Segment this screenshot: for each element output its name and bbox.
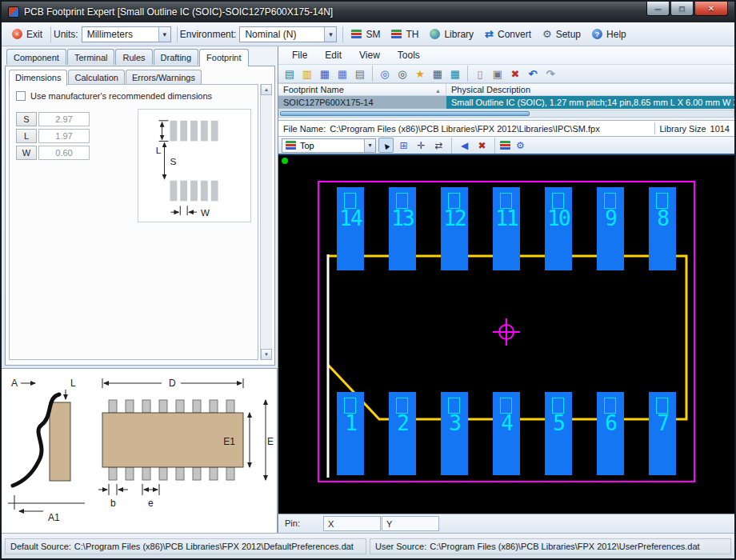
copy-icon[interactable] [490, 66, 506, 82]
pad-9[interactable]: 9 [597, 187, 624, 270]
pad-13[interactable]: 13 [389, 187, 416, 270]
title-bar[interactable]: PCB Footprint Expert [Small Outline IC (… [2, 2, 734, 22]
toolbar-separator [494, 138, 495, 154]
chevron-down-icon[interactable] [364, 139, 375, 152]
footprint-canvas[interactable]: 14 13 12 11 10 9 8 1 2 3 4 5 6 7 [278, 155, 734, 514]
menu-tools[interactable]: Tools [389, 47, 429, 63]
pkg-label-b: b [110, 498, 116, 509]
convert-icon [485, 28, 494, 40]
database-icon[interactable] [282, 66, 298, 82]
pad-4[interactable]: 4 [493, 392, 520, 475]
dim-name-l: L [16, 129, 37, 143]
favorites-star-icon[interactable] [412, 66, 428, 82]
pad-8[interactable]: 8 [649, 187, 676, 270]
zoom-document-icon[interactable] [377, 66, 393, 82]
pin-number: 9 [597, 208, 624, 229]
minimize-button[interactable] [646, 2, 670, 16]
tab-terminal[interactable]: Terminal [67, 49, 115, 65]
settings-wrench-icon[interactable] [513, 138, 528, 153]
library-button[interactable]: Library [424, 26, 479, 42]
delete-icon[interactable] [507, 66, 523, 82]
close-button[interactable] [694, 2, 728, 16]
scroll-down-icon[interactable]: ▼ [261, 349, 272, 360]
help-icon [592, 29, 602, 39]
pan-icon[interactable] [431, 138, 446, 153]
subtab-dimensions[interactable]: Dimensions [9, 70, 67, 86]
sm-toggle-button[interactable]: SM [346, 26, 386, 42]
menu-view[interactable]: View [350, 47, 389, 63]
redo-icon[interactable] [542, 66, 558, 82]
pad-14[interactable]: 14 [337, 187, 364, 270]
gear-icon [542, 28, 552, 40]
pad-6[interactable]: 6 [597, 392, 624, 475]
environment-select[interactable]: Nominal (N) [239, 26, 337, 42]
chevron-down-icon[interactable] [324, 27, 336, 42]
subtab-errors-warnings[interactable]: Errors/Warnings [126, 70, 202, 84]
scroll-up-icon[interactable]: ▲ [261, 84, 272, 95]
units-select[interactable]: Millimeters [82, 26, 171, 42]
help-button[interactable]: Help [586, 26, 632, 42]
checkbox-icon[interactable] [16, 91, 26, 101]
dim-value-s[interactable]: 2.97 [38, 112, 90, 126]
tab-rules[interactable]: Rules [115, 49, 152, 65]
previous-view-icon[interactable] [457, 138, 472, 153]
calculator-icon[interactable] [430, 66, 446, 82]
file-name-label: File Name: [283, 124, 326, 134]
subtab-calculation[interactable]: Calculation [68, 70, 124, 84]
library-icon-toolbar [278, 64, 734, 83]
column-header-physical-description[interactable]: Physical Description [446, 83, 734, 96]
print-icon[interactable] [352, 66, 368, 82]
recommended-dimensions-checkbox-row[interactable]: Use manufacturer's recommended dimension… [16, 91, 212, 101]
menu-edit[interactable]: Edit [316, 47, 350, 63]
table-row-selected[interactable]: SOIC127P600X175-14 Small Outline IC (SOI… [278, 96, 734, 109]
pad-1[interactable]: 1 [337, 392, 364, 475]
pin-number: 13 [389, 208, 416, 229]
dimensions-table: S 2.97 L 1.97 W 0.60 [16, 112, 90, 160]
fit-view-icon[interactable] [396, 138, 411, 153]
pad-3[interactable]: 3 [441, 392, 468, 475]
save-all-icon[interactable] [334, 66, 350, 82]
tab-drafting[interactable]: Drafting [154, 49, 199, 65]
pad-12[interactable]: 12 [441, 187, 468, 270]
maximize-button[interactable] [670, 2, 694, 16]
pad-10[interactable]: 10 [545, 187, 572, 270]
pad-5[interactable]: 5 [545, 392, 572, 475]
setup-button[interactable]: Setup [537, 26, 586, 42]
pin-number: 6 [597, 413, 624, 434]
pkg-label-a1: A1 [48, 512, 60, 523]
tab-component[interactable]: Component [6, 49, 66, 65]
table-horizontal-scrollbar[interactable] [278, 110, 734, 118]
convert-button[interactable]: Convert [479, 26, 537, 42]
pad-11[interactable]: 11 [493, 187, 520, 270]
th-toggle-button[interactable]: TH [386, 26, 424, 42]
undo-icon[interactable] [525, 66, 541, 82]
package-drawing-panel: A L A1 [2, 368, 278, 533]
tab-footprint[interactable]: Footprint [199, 49, 248, 66]
layer-select[interactable]: Top [282, 138, 376, 153]
save-icon[interactable] [317, 66, 333, 82]
search-icon[interactable] [394, 66, 410, 82]
layer-stack-icon [286, 141, 296, 150]
left-panel-scrollbar[interactable]: ▲ ▼ [260, 84, 272, 360]
pad-7[interactable]: 7 [649, 392, 676, 475]
zoom-window-icon[interactable] [414, 138, 429, 153]
dim-value-w[interactable]: 0.60 [38, 146, 90, 160]
dim-value-l[interactable]: 1.97 [38, 129, 90, 143]
layers-icon[interactable] [500, 141, 510, 150]
pad-2[interactable]: 2 [389, 392, 416, 475]
footprint-name-cell[interactable]: SOIC127P600X175-14 [278, 96, 446, 109]
table-view-icon[interactable] [447, 66, 463, 82]
pad-row-top: 14 13 12 11 10 9 8 [337, 187, 676, 270]
exit-button[interactable]: Exit [6, 26, 48, 42]
footprint-table-header: Footprint Name Physical Description [278, 83, 734, 96]
paste-icon[interactable] [472, 66, 488, 82]
toolbar-separator [50, 26, 51, 42]
open-folder-icon[interactable] [299, 66, 315, 82]
menu-file[interactable]: File [283, 47, 316, 63]
scrollbar-thumb[interactable] [280, 111, 530, 116]
column-header-footprint-name[interactable]: Footprint Name [278, 83, 446, 96]
physical-description-cell[interactable]: Small Outline IC (SOIC), 1.27 mm pitch;1… [446, 96, 734, 109]
chevron-down-icon[interactable] [158, 27, 170, 42]
pointer-tool-icon[interactable] [378, 138, 394, 153]
delete-view-icon[interactable] [474, 138, 490, 153]
